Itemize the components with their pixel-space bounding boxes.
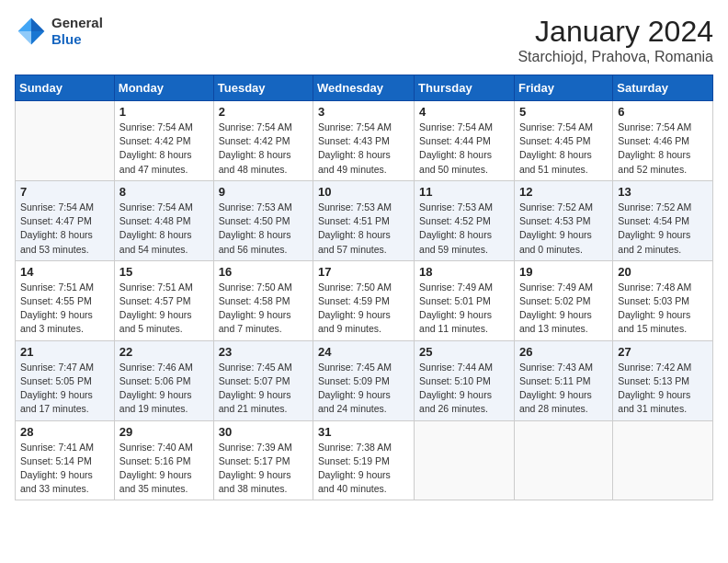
day-info: Sunrise: 7:47 AMSunset: 5:05 PMDaylight:…: [20, 361, 109, 417]
page-title: January 2024: [518, 15, 713, 49]
day-info: Sunrise: 7:51 AMSunset: 4:55 PMDaylight:…: [20, 281, 109, 337]
calendar-cell: 18Sunrise: 7:49 AMSunset: 5:01 PMDayligh…: [415, 260, 515, 340]
calendar-cell: [613, 420, 713, 500]
calendar-week-row: 21Sunrise: 7:47 AMSunset: 5:05 PMDayligh…: [16, 340, 713, 420]
calendar-cell: 8Sunrise: 7:54 AMSunset: 4:48 PMDaylight…: [114, 180, 213, 260]
day-info: Sunrise: 7:43 AMSunset: 5:11 PMDaylight:…: [519, 361, 608, 417]
day-number: 14: [20, 265, 109, 279]
day-info: Sunrise: 7:45 AMSunset: 5:09 PMDaylight:…: [318, 361, 409, 417]
day-number: 5: [519, 105, 608, 119]
calendar-cell: 24Sunrise: 7:45 AMSunset: 5:09 PMDayligh…: [313, 340, 415, 420]
day-info: Sunrise: 7:50 AMSunset: 4:59 PMDaylight:…: [318, 281, 409, 337]
day-number: 2: [219, 105, 308, 119]
day-number: 16: [219, 265, 308, 279]
calendar-cell: 26Sunrise: 7:43 AMSunset: 5:11 PMDayligh…: [514, 340, 612, 420]
calendar-cell: 7Sunrise: 7:54 AMSunset: 4:47 PMDaylight…: [16, 180, 115, 260]
day-number: 28: [20, 425, 109, 439]
day-info: Sunrise: 7:54 AMSunset: 4:47 PMDaylight:…: [20, 201, 109, 257]
page-subtitle: Starchiojd, Prahova, Romania: [518, 49, 713, 65]
calendar-week-row: 1Sunrise: 7:54 AMSunset: 4:42 PMDaylight…: [16, 101, 713, 181]
day-number: 1: [119, 105, 209, 119]
svg-marker-2: [18, 31, 31, 44]
calendar-week-row: 14Sunrise: 7:51 AMSunset: 4:55 PMDayligh…: [16, 260, 713, 340]
day-info: Sunrise: 7:50 AMSunset: 4:58 PMDaylight:…: [219, 281, 308, 337]
col-header-monday: Monday: [114, 75, 213, 101]
calendar-cell: 16Sunrise: 7:50 AMSunset: 4:58 PMDayligh…: [213, 260, 313, 340]
day-number: 3: [318, 105, 409, 119]
day-info: Sunrise: 7:54 AMSunset: 4:45 PMDaylight:…: [519, 121, 608, 177]
day-info: Sunrise: 7:54 AMSunset: 4:42 PMDaylight:…: [219, 121, 308, 177]
day-number: 17: [318, 265, 409, 279]
day-info: Sunrise: 7:54 AMSunset: 4:46 PMDaylight:…: [618, 121, 708, 177]
calendar-cell: 5Sunrise: 7:54 AMSunset: 4:45 PMDaylight…: [514, 101, 612, 181]
calendar-cell: 17Sunrise: 7:50 AMSunset: 4:59 PMDayligh…: [313, 260, 415, 340]
day-number: 23: [219, 345, 308, 359]
day-info: Sunrise: 7:45 AMSunset: 5:07 PMDaylight:…: [219, 361, 308, 417]
calendar-cell: 27Sunrise: 7:42 AMSunset: 5:13 PMDayligh…: [613, 340, 713, 420]
day-number: 12: [519, 185, 608, 199]
day-number: 9: [219, 185, 308, 199]
calendar-week-row: 28Sunrise: 7:41 AMSunset: 5:14 PMDayligh…: [16, 420, 713, 500]
calendar-cell: 19Sunrise: 7:49 AMSunset: 5:02 PMDayligh…: [514, 260, 612, 340]
day-info: Sunrise: 7:51 AMSunset: 4:57 PMDaylight:…: [119, 281, 209, 337]
day-info: Sunrise: 7:52 AMSunset: 4:53 PMDaylight:…: [519, 201, 608, 257]
day-number: 31: [318, 425, 409, 439]
calendar-cell: [415, 420, 515, 500]
calendar-cell: 2Sunrise: 7:54 AMSunset: 4:42 PMDaylight…: [213, 101, 313, 181]
calendar-cell: 31Sunrise: 7:38 AMSunset: 5:19 PMDayligh…: [313, 420, 415, 500]
day-number: 24: [318, 345, 409, 359]
calendar-cell: 3Sunrise: 7:54 AMSunset: 4:43 PMDaylight…: [313, 101, 415, 181]
day-number: 29: [119, 425, 209, 439]
day-info: Sunrise: 7:53 AMSunset: 4:51 PMDaylight:…: [318, 201, 409, 257]
day-number: 26: [519, 345, 608, 359]
day-info: Sunrise: 7:49 AMSunset: 5:01 PMDaylight:…: [419, 281, 509, 337]
day-info: Sunrise: 7:54 AMSunset: 4:48 PMDaylight:…: [119, 201, 209, 257]
col-header-thursday: Thursday: [415, 75, 515, 101]
calendar-cell: 6Sunrise: 7:54 AMSunset: 4:46 PMDaylight…: [613, 101, 713, 181]
calendar-cell: 25Sunrise: 7:44 AMSunset: 5:10 PMDayligh…: [415, 340, 515, 420]
day-number: 27: [618, 345, 708, 359]
calendar-cell: [514, 420, 612, 500]
calendar-cell: 28Sunrise: 7:41 AMSunset: 5:14 PMDayligh…: [16, 420, 115, 500]
day-info: Sunrise: 7:49 AMSunset: 5:02 PMDaylight:…: [519, 281, 608, 337]
day-info: Sunrise: 7:54 AMSunset: 4:44 PMDaylight:…: [419, 121, 509, 177]
calendar-cell: 30Sunrise: 7:39 AMSunset: 5:17 PMDayligh…: [213, 420, 313, 500]
day-info: Sunrise: 7:38 AMSunset: 5:19 PMDaylight:…: [318, 441, 409, 497]
calendar-cell: 13Sunrise: 7:52 AMSunset: 4:54 PMDayligh…: [613, 180, 713, 260]
logo: General Blue: [15, 15, 103, 48]
day-info: Sunrise: 7:44 AMSunset: 5:10 PMDaylight:…: [419, 361, 509, 417]
col-header-friday: Friday: [514, 75, 612, 101]
day-number: 13: [618, 185, 708, 199]
svg-marker-1: [18, 18, 31, 31]
day-info: Sunrise: 7:41 AMSunset: 5:14 PMDaylight:…: [20, 441, 109, 497]
title-block: January 2024 Starchiojd, Prahova, Romani…: [518, 15, 713, 65]
calendar-cell: 23Sunrise: 7:45 AMSunset: 5:07 PMDayligh…: [213, 340, 313, 420]
day-number: 4: [419, 105, 509, 119]
logo-icon: [15, 15, 48, 48]
day-info: Sunrise: 7:46 AMSunset: 5:06 PMDaylight:…: [119, 361, 209, 417]
calendar-cell: 15Sunrise: 7:51 AMSunset: 4:57 PMDayligh…: [114, 260, 213, 340]
calendar-cell: 14Sunrise: 7:51 AMSunset: 4:55 PMDayligh…: [16, 260, 115, 340]
col-header-tuesday: Tuesday: [213, 75, 313, 101]
calendar-cell: 12Sunrise: 7:52 AMSunset: 4:53 PMDayligh…: [514, 180, 612, 260]
calendar-table: SundayMondayTuesdayWednesdayThursdayFrid…: [15, 75, 713, 500]
day-number: 25: [419, 345, 509, 359]
calendar-cell: 20Sunrise: 7:48 AMSunset: 5:03 PMDayligh…: [613, 260, 713, 340]
day-info: Sunrise: 7:48 AMSunset: 5:03 PMDaylight:…: [618, 281, 708, 337]
day-info: Sunrise: 7:42 AMSunset: 5:13 PMDaylight:…: [618, 361, 708, 417]
day-number: 15: [119, 265, 209, 279]
day-number: 11: [419, 185, 509, 199]
calendar-cell: 1Sunrise: 7:54 AMSunset: 4:42 PMDaylight…: [114, 101, 213, 181]
day-info: Sunrise: 7:39 AMSunset: 5:17 PMDaylight:…: [219, 441, 308, 497]
calendar-cell: [16, 101, 115, 181]
calendar-cell: 11Sunrise: 7:53 AMSunset: 4:52 PMDayligh…: [415, 180, 515, 260]
svg-marker-0: [31, 18, 44, 31]
day-number: 20: [618, 265, 708, 279]
day-number: 6: [618, 105, 708, 119]
day-number: 22: [119, 345, 209, 359]
day-number: 30: [219, 425, 308, 439]
calendar-cell: 29Sunrise: 7:40 AMSunset: 5:16 PMDayligh…: [114, 420, 213, 500]
col-header-sunday: Sunday: [16, 75, 115, 101]
page-header: General Blue January 2024 Starchiojd, Pr…: [15, 15, 713, 65]
day-info: Sunrise: 7:54 AMSunset: 4:43 PMDaylight:…: [318, 121, 409, 177]
